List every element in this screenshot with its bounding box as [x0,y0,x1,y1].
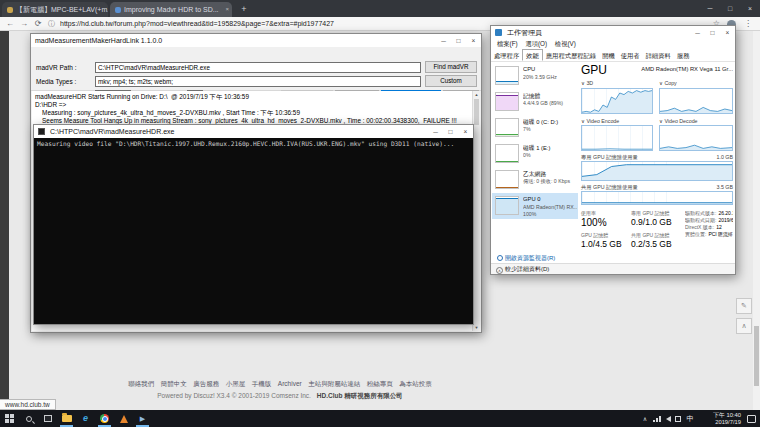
console-icon [38,128,45,135]
log-scrollbar-thumb[interactable] [474,99,479,125]
close-icon[interactable]: × [720,26,735,39]
tray-expand-icon[interactable]: ∧ [639,415,651,422]
menu-file[interactable]: 檔案(F) [497,40,518,47]
stat-value: 0.9/1.0 GB [631,217,683,227]
tab-users[interactable]: 使用者 [618,50,643,62]
forward-icon[interactable]: → [18,17,30,30]
taskbar-vlc[interactable] [114,410,133,427]
float-reply-button[interactable]: ✎ [736,298,752,314]
volume-icon[interactable] [666,416,671,422]
taskbar-media-player[interactable]: ▶ [133,410,152,427]
minimize-icon[interactable]: ─ [428,125,443,138]
menu-options[interactable]: 選項(O) [525,40,547,47]
new-tab-button[interactable]: + [238,3,250,16]
madvr-path-input[interactable]: C:\HTPC\madVR\madMeasureHDR.exe [95,62,421,73]
company-name[interactable]: HD.Club 精研視務所有限公司 [317,392,403,399]
log-line: D:\HDR => [35,101,477,109]
task-manager-title: 工作管理員 [507,29,542,36]
task-manager-titlebar[interactable]: 工作管理員 ─ □ × [491,26,735,39]
maximize-icon[interactable]: □ [451,34,466,47]
page-scrollbar[interactable] [753,31,760,410]
minimize-icon[interactable]: ─ [700,0,720,17]
minimize-icon[interactable]: ─ [690,26,705,39]
tab1-title: 【新電腦】MPC-BE+LAV(+m... [16,6,108,13]
task-manager-icon [495,29,502,36]
footer-links[interactable]: 聯絡我們 簡體中文 廣告服務 小黑屋 手機版 Archiver 主站與附屬站連結… [10,380,550,389]
custom-button[interactable]: Custom [425,75,477,87]
stat-utilization: 使用率 100% [581,210,633,228]
cmd-window-controls: ─ □ × [428,125,473,138]
tab-startup[interactable]: 開機 [599,50,618,62]
network-icon[interactable] [653,416,662,422]
browser-window-controls: ─ □ × [700,0,760,17]
sidebar-item-disk1[interactable]: 磁碟 1 (E:) 0% [492,141,578,167]
directx-version-row: DirectX 版本:12 [685,224,733,231]
maximize-icon[interactable]: □ [705,26,720,39]
stat-value: 0.2/3.5 GB [631,239,683,249]
gpu-device-name: AMD Radeon(TM) RX Vega 11 Gr... [641,66,733,72]
page-scrollbar-thumb[interactable] [754,326,759,386]
start-button[interactable] [0,410,19,427]
search-button[interactable] [19,410,38,427]
gpu-heading: GPU [581,63,607,77]
open-resource-monitor-link[interactable]: 開啟資源監視器(R) [497,254,555,263]
close-icon[interactable]: × [466,34,481,47]
pencil-icon: ✎ [741,302,747,309]
stat-value: 1.0/4.5 GB [581,239,633,249]
browser-tab-2-active[interactable]: Improving Madvr HDR to SD... × [110,2,232,17]
sidebar-item-ethernet[interactable]: 乙太網路 傳送: 0 接收: 0 Kbps [492,167,578,193]
madmeasure-window-controls: ─ □ × [436,34,481,47]
madmeasure-form: madVR Path : C:\HTPC\madVR\madMeasureHDR… [31,47,481,91]
taskbar-clock[interactable]: 下午 10:40 2019/7/19 [703,412,741,426]
tab-processes[interactable]: 處理程序 [491,50,522,62]
maximize-icon[interactable]: □ [443,125,458,138]
ethernet-mini-graph [495,170,519,189]
tab-app-history[interactable]: 應用程式歷程記錄 [543,50,599,62]
maximize-icon[interactable]: □ [720,0,740,17]
sidebar-item-disk0[interactable]: 磁碟 0 (C: D:) 7% [492,115,578,141]
taskbar-chrome[interactable] [95,410,114,427]
tab-performance[interactable]: 效能 [522,49,543,61]
browser-menu-icon[interactable]: ⋮ [744,17,752,30]
close-icon[interactable]: × [740,0,760,17]
tab-close-icon[interactable]: × [225,2,229,17]
scroll-up-icon[interactable]: ▲ [473,92,480,97]
minimize-icon[interactable]: ─ [436,34,451,47]
tab-details[interactable]: 詳細資料 [643,50,674,62]
graph-label-text: 3D [586,80,593,86]
sidebar-item-gpu0[interactable]: GPU 0 AMD Radeon(TM) RX... 100% [492,193,578,219]
sidebar-item-cpu[interactable]: CPU 20% 3.59 GHz [492,63,578,89]
refresh-icon[interactable]: ⟳ [32,17,44,30]
log-line: madMeasureHDR Starts Running on Drive: D… [35,93,477,101]
fewer-details-label[interactable]: 較少詳細資料(D) [505,266,549,272]
scroll-down-icon[interactable]: ▼ [473,325,480,330]
cmd-titlebar[interactable]: C:\HTPC\madVR\madMeasureHDR.exe ─ □ × [34,125,473,138]
cpu-mini-graph [495,66,519,85]
tab-services[interactable]: 服務 [674,50,693,62]
action-center-icon[interactable] [747,415,756,423]
taskbar-file-explorer[interactable] [57,410,76,427]
powered-by-text: Powered by Discuz! X3.4 © 2001-2019 Coms… [157,392,311,399]
madmeasure-titlebar[interactable]: madMeasurementMakerHardLink 1.1.0.0 ─ □ … [31,34,481,47]
cmd-title: C:\HTPC\madVR\madMeasureHDR.exe [50,128,174,135]
gpu-mini-graph [495,196,519,215]
taskbar-edge[interactable]: e [76,410,95,427]
browser-tab-1[interactable]: 【新電腦】MPC-BE+LAV(+m... [2,2,108,17]
ime-indicator[interactable]: 中 [683,414,697,424]
task-view-button[interactable] [38,410,57,427]
gpu-video-encode-graph [581,125,653,151]
stat-label: 專用 GPU 記憶體 [631,210,683,216]
close-icon[interactable]: × [458,125,473,138]
up-chevron-glyph: ∧ [498,268,501,273]
info-label: 驅動程式版本: [685,210,716,216]
sidebar-item-memory[interactable]: 記憶體 4.4/4.9 GB (89%) [492,89,578,115]
find-madvr-button[interactable]: Find madVR [425,61,477,73]
graph-label-copy: ∨ Copy [659,80,677,86]
shared-memory-graph [581,191,733,205]
tray-app-icon[interactable] [675,416,681,422]
site-info-icon[interactable]: ⓘ [48,17,55,30]
float-back-to-top-button[interactable]: ∧ [736,318,752,334]
back-icon[interactable]: ← [4,17,16,30]
menu-view[interactable]: 檢視(V) [555,40,576,47]
media-types-input[interactable]: mkv; mp4; ts; m2ts; webm; [95,76,421,87]
